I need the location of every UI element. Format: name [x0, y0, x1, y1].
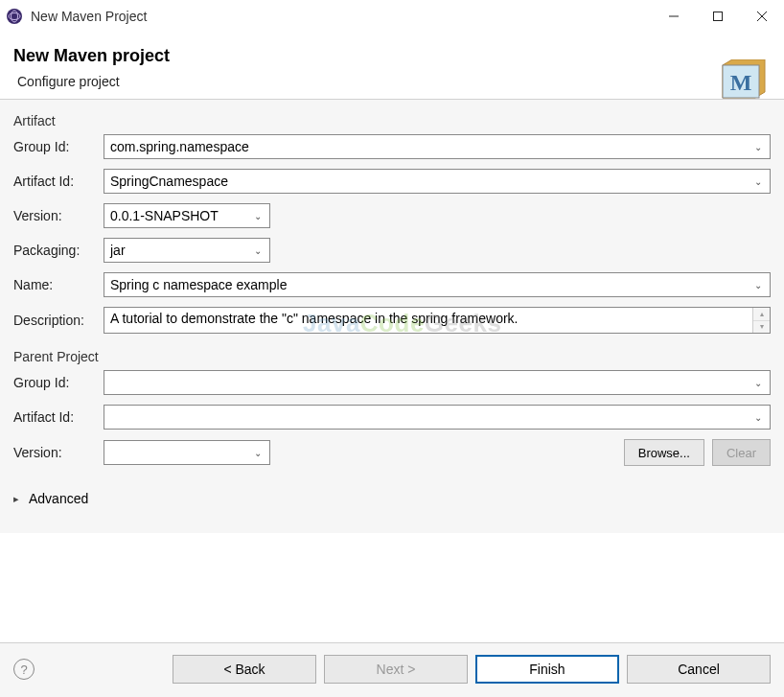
triangle-right-icon: ▸	[13, 493, 25, 505]
window-title: New Maven Project	[31, 9, 147, 24]
parent-project-group: Parent Project Group Id: ⌄ Artifact Id: …	[13, 345, 771, 466]
wizard-header: New Maven project Configure project M	[0, 33, 784, 100]
chevron-down-icon: ⌄	[752, 142, 764, 152]
finish-button[interactable]: Finish	[475, 655, 619, 684]
advanced-toggle[interactable]: ▸ Advanced	[13, 477, 771, 533]
version-label: Version:	[13, 208, 104, 223]
chevron-down-icon: ⌄	[252, 245, 264, 256]
chevron-down-icon: ⌄	[752, 378, 764, 388]
chevron-down-icon: ⌄	[752, 176, 764, 187]
spinner-down-icon[interactable]: ▾	[753, 321, 770, 334]
artifact-id-value: SpringCnamespace	[110, 174, 228, 189]
clear-button[interactable]: Clear	[712, 439, 771, 466]
parent-group-id-label: Group Id:	[13, 375, 104, 390]
close-button[interactable]	[740, 1, 784, 32]
maven-icon: M	[719, 59, 769, 100]
svg-text:M: M	[730, 70, 752, 95]
eclipse-icon	[6, 8, 23, 25]
description-label: Description:	[13, 313, 104, 328]
artifact-id-field[interactable]: SpringCnamespace ⌄	[104, 169, 771, 194]
packaging-label: Packaging:	[13, 243, 104, 258]
artifact-legend: Artifact	[13, 109, 771, 134]
packaging-value: jar	[110, 243, 126, 258]
description-spinners: ▴ ▾	[752, 308, 770, 333]
chevron-down-icon: ⌄	[252, 448, 264, 458]
name-value: Spring c namespace example	[110, 277, 287, 292]
description-value: A tutorial to demonstrate the "c" namesp…	[104, 308, 752, 333]
chevron-down-icon: ⌄	[752, 412, 764, 423]
page-title: New Maven project	[13, 46, 767, 66]
titlebar: New Maven Project	[0, 0, 784, 33]
parent-artifact-id-field[interactable]: ⌄	[104, 405, 771, 430]
content-area: Artifact Group Id: com.spring.namespace …	[0, 100, 784, 533]
back-button[interactable]: < Back	[173, 655, 316, 684]
parent-legend: Parent Project	[13, 345, 771, 370]
chevron-down-icon: ⌄	[252, 211, 264, 221]
group-id-value: com.spring.namespace	[110, 139, 249, 154]
name-label: Name:	[13, 277, 104, 292]
browse-button[interactable]: Browse...	[624, 439, 704, 466]
maximize-button[interactable]	[696, 1, 740, 32]
packaging-field[interactable]: jar ⌄	[104, 238, 270, 263]
chevron-down-icon: ⌄	[752, 280, 764, 290]
advanced-label: Advanced	[29, 491, 88, 506]
version-field[interactable]: 0.0.1-SNAPSHOT ⌄	[104, 203, 270, 228]
version-value: 0.0.1-SNAPSHOT	[110, 208, 219, 223]
next-button[interactable]: Next >	[324, 655, 468, 684]
minimize-button[interactable]	[652, 1, 696, 32]
group-id-field[interactable]: com.spring.namespace ⌄	[104, 134, 771, 159]
page-subtitle: Configure project	[17, 74, 767, 89]
svg-rect-4	[714, 12, 723, 21]
wizard-footer: ? < Back Next > Finish Cancel	[0, 642, 784, 697]
group-id-label: Group Id:	[13, 139, 104, 154]
name-field[interactable]: Spring c namespace example ⌄	[104, 272, 771, 297]
spinner-up-icon[interactable]: ▴	[753, 308, 770, 321]
parent-version-label: Version:	[13, 445, 104, 460]
window-controls	[652, 1, 784, 32]
help-icon[interactable]: ?	[13, 659, 35, 680]
artifact-id-label: Artifact Id:	[13, 174, 104, 189]
parent-version-field[interactable]: ⌄	[104, 440, 270, 465]
artifact-group: Artifact Group Id: com.spring.namespace …	[13, 109, 771, 334]
parent-group-id-field[interactable]: ⌄	[104, 370, 771, 395]
description-field[interactable]: A tutorial to demonstrate the "c" namesp…	[104, 307, 771, 334]
parent-artifact-id-label: Artifact Id:	[13, 409, 104, 425]
cancel-button[interactable]: Cancel	[627, 655, 771, 684]
